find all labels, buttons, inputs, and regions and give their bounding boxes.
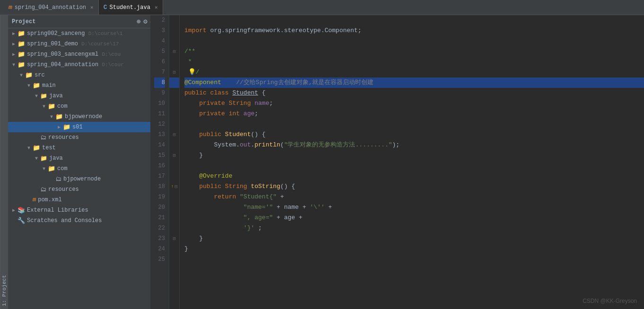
tree-item-resources-test[interactable]: 🗂 resources bbox=[8, 184, 158, 195]
folder-icon-resources-test: 🗂 bbox=[40, 186, 46, 193]
tree-item-main[interactable]: ▼ 📁 main bbox=[8, 80, 158, 91]
gutter-8-active bbox=[169, 77, 179, 88]
line-num-8: 8 bbox=[154, 77, 165, 88]
dot-14: . bbox=[251, 140, 254, 150]
sidebar-settings-icon[interactable]: ⚙ bbox=[143, 17, 147, 26]
tree-label-spring002: spring002_sanceng D:\course\1 bbox=[27, 30, 122, 37]
code-area[interactable]: 2 3 4 5 6 7 8 9 10 11 12 13 14 15 16 17 … bbox=[150, 15, 644, 309]
tree-label-main: main bbox=[42, 82, 56, 89]
tree-item-java-test[interactable]: ▼ 📁 java bbox=[8, 153, 158, 163]
gutter-column: ⊟ ⊟ ⊟ ⊟ ↑⊟ ⊟ bbox=[169, 15, 180, 309]
str-quote: '\'' bbox=[310, 202, 324, 213]
tree-item-bjpowernode-test[interactable]: 🗂 bjpowernode bbox=[8, 174, 158, 184]
tree-arrow-src: ▼ bbox=[17, 73, 25, 78]
kw-import: import bbox=[184, 26, 210, 36]
folder-icon-spring003: 📁 bbox=[17, 51, 25, 58]
tab-spring004[interactable]: m spring_004_annotation ✕ bbox=[4, 0, 99, 15]
fold-15[interactable]: ⊟ bbox=[169, 150, 179, 161]
gutter-12 bbox=[169, 119, 179, 129]
tree-item-java-main[interactable]: ▼ 📁 java bbox=[8, 91, 158, 101]
project-vertical-tab[interactable]: 1: Project bbox=[0, 15, 8, 309]
tree-item-scratches[interactable]: 🔧 Scratches and Consoles bbox=[8, 215, 158, 226]
sidebar-title: Project bbox=[12, 18, 35, 25]
code-line-20: "name='" + name + '\'' + bbox=[184, 202, 644, 213]
kw-class: class bbox=[210, 88, 233, 98]
gutter-20 bbox=[169, 202, 179, 213]
gutter-6 bbox=[169, 57, 179, 67]
tree-arrow-spring003: ▶ bbox=[10, 52, 17, 57]
line-num-5: 5 bbox=[154, 46, 165, 57]
code-line-5: /** bbox=[184, 46, 644, 57]
gutter-17 bbox=[169, 171, 179, 181]
line-num-3: 3 bbox=[154, 26, 165, 36]
tree-label-bjpowernode-main: bjpowernode bbox=[65, 113, 102, 120]
tree-arrow-bjpowernode-main: ▼ bbox=[48, 114, 55, 120]
tab-student-java-close[interactable]: ✕ bbox=[155, 4, 158, 10]
sidebar-header: Project ⊕ ⚙ — bbox=[8, 15, 158, 28]
tree-item-src[interactable]: ▼ 📁 src bbox=[8, 70, 158, 80]
tab-spring004-close[interactable]: ✕ bbox=[90, 4, 94, 10]
line-num-18: 18 bbox=[154, 181, 165, 192]
pkg-icon-bjpowernode-test: 🗂 bbox=[55, 176, 61, 183]
folder-icon-test: 📁 bbox=[33, 144, 40, 152]
tree-label-src: src bbox=[35, 72, 45, 78]
var-age: age bbox=[284, 213, 295, 223]
paren-18: () { bbox=[280, 181, 295, 192]
kw-int: int bbox=[229, 109, 244, 119]
comment-8: //交给Spring去创建对象,就是在容器启动时创建 bbox=[236, 77, 374, 88]
kw-private-10: private bbox=[199, 98, 228, 109]
code-line-16 bbox=[184, 161, 644, 171]
tree-label-java-main: java bbox=[49, 93, 63, 99]
tree-item-com-test[interactable]: ▼ 📁 com bbox=[8, 163, 158, 174]
code-line-10: private String name; bbox=[184, 98, 644, 109]
fold-23[interactable]: ⊟ bbox=[169, 233, 179, 244]
plus-21b: + bbox=[295, 213, 303, 223]
tab-student-java[interactable]: C Student.java ✕ bbox=[99, 0, 163, 15]
fold-18[interactable]: ↑⊟ bbox=[169, 181, 179, 192]
tree-label-spring004: spring_004_annotation D:\cour bbox=[27, 61, 124, 68]
code-line-12 bbox=[184, 119, 644, 129]
tree-item-com-main[interactable]: ▼ 📁 com bbox=[8, 101, 158, 112]
method-student: Student bbox=[225, 129, 251, 140]
gutter-24 bbox=[169, 244, 179, 254]
fold-5[interactable]: ⊟ bbox=[169, 46, 179, 57]
fold-7[interactable]: ⊟ bbox=[169, 67, 179, 77]
sidebar-sync-icon[interactable]: ⊕ bbox=[137, 17, 140, 26]
tree-label-s01: s01 bbox=[72, 124, 83, 130]
javadoc-close: 💡/ bbox=[184, 67, 200, 77]
var-name: name bbox=[284, 202, 299, 213]
tree-item-pom[interactable]: m pom.xml bbox=[8, 195, 158, 205]
system-14: System. bbox=[214, 140, 240, 150]
code-line-4 bbox=[184, 36, 644, 46]
tree-item-spring004[interactable]: ▼ 📁 spring_004_annotation D:\cour bbox=[8, 60, 158, 70]
plus-21a: + bbox=[273, 213, 284, 223]
gutter-3 bbox=[169, 26, 179, 36]
code-content[interactable]: import org.springframework.stereotype.Co… bbox=[180, 15, 644, 309]
tree-item-spring002[interactable]: ▶ 📁 spring002_sanceng D:\course\1 bbox=[8, 28, 158, 39]
tree-item-s01[interactable]: ▶ 📁 s01 bbox=[8, 122, 158, 132]
gutter-21 bbox=[169, 213, 179, 223]
import-path: org.springframework.stereotype. bbox=[210, 26, 325, 36]
tree-item-resources-main[interactable]: 🗂 resources bbox=[8, 132, 158, 143]
fold-13[interactable]: ⊟ bbox=[169, 129, 179, 140]
code-line-14: System.out.println("学生对象的无参构造方法.........… bbox=[184, 140, 644, 150]
annotation-component: @Component bbox=[184, 77, 221, 88]
str-student: "Student{" bbox=[240, 192, 280, 202]
kw-public: public bbox=[184, 88, 210, 98]
tree-arrow-spring004: ▼ bbox=[10, 62, 17, 68]
kw-string: String bbox=[229, 98, 255, 109]
tree-item-ext-lib[interactable]: ▶ 📚 External Libraries bbox=[8, 205, 158, 215]
line-num-11: 11 bbox=[154, 109, 165, 119]
tree-item-spring001[interactable]: ▶ 📁 spring_001_demo D:\course\17 bbox=[8, 39, 158, 49]
folder-icon-spring002: 📁 bbox=[17, 30, 25, 37]
line-num-24: 24 bbox=[154, 244, 165, 254]
tree-item-bjpowernode-main[interactable]: ▼ 📁 bjpowernode bbox=[8, 112, 158, 122]
indent-18 bbox=[184, 181, 199, 192]
folder-icon-s01: 📁 bbox=[63, 123, 70, 131]
line-num-4: 4 bbox=[154, 36, 165, 46]
line-num-12: 12 bbox=[154, 119, 165, 129]
code-line-3: import org.springframework.stereotype.Co… bbox=[184, 26, 644, 36]
code-line-19: return "Student{" + bbox=[184, 192, 644, 202]
tree-item-test[interactable]: ▼ 📁 test bbox=[8, 143, 158, 153]
tree-item-spring003[interactable]: ▶ 📁 spring_003_sancengxml D:\cou bbox=[8, 49, 158, 60]
